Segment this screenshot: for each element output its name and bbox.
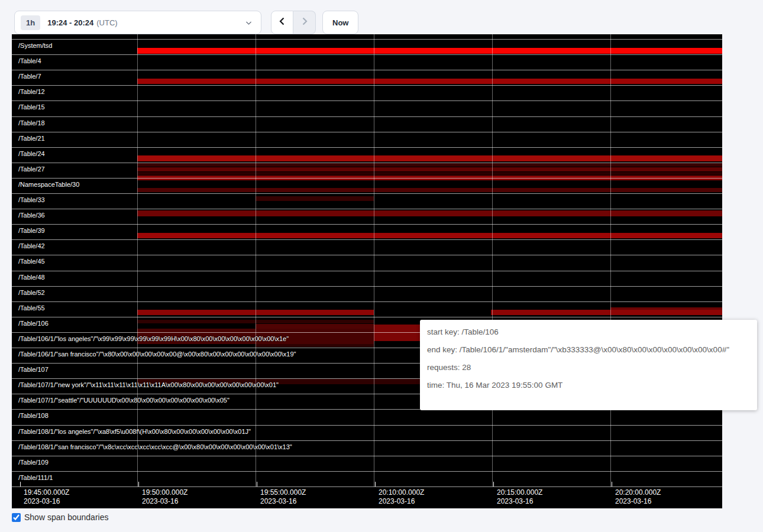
span-boundary-line xyxy=(12,54,722,55)
time-range-label: 19:24 - 20:24 xyxy=(47,18,93,27)
heat-stripe[interactable] xyxy=(491,310,722,315)
row-key-label: /Table/107/1/"new york"/"\x11\x11\x11\x1… xyxy=(18,381,279,388)
row-key-label: /Table/55 xyxy=(18,304,45,312)
heat-stripe[interactable] xyxy=(374,325,421,341)
span-boundary-line xyxy=(12,100,722,101)
span-boundary-line xyxy=(12,147,722,148)
span-boundary-line xyxy=(12,301,722,302)
show-span-boundaries-control[interactable]: Show span boundaries xyxy=(12,512,108,522)
chevron-down-icon xyxy=(245,19,253,27)
span-tooltip: start key: /Table/106 end key: /Table/10… xyxy=(420,320,757,410)
key-visualizer-page: 1h 19:24 - 20:24 (UTC) Now 19:45:00.000Z… xyxy=(0,0,763,532)
row-key-label: /Table/27 xyxy=(18,166,45,173)
heat-stripe[interactable] xyxy=(137,233,722,238)
heat-stripe[interactable] xyxy=(256,196,374,201)
row-key-label: /Table/106/1/"los angeles"/"\x99\x99\x99… xyxy=(18,335,289,342)
axis-tick-label: 20:15:00.000Z2023-03-16 xyxy=(497,488,542,506)
tooltip-start-key: start key: /Table/106 xyxy=(427,327,750,336)
span-boundary-line xyxy=(12,193,722,194)
row-key-label: /Table/15 xyxy=(18,103,45,111)
axis-tickmark xyxy=(612,482,612,486)
show-span-boundaries-checkbox[interactable] xyxy=(12,513,21,522)
time-gridline xyxy=(374,34,374,486)
span-boundary-line xyxy=(12,70,722,70)
span-boundary-line xyxy=(12,178,722,179)
heat-stripe[interactable] xyxy=(137,172,722,175)
row-key-label: /Table/108/1/"los angeles"/"\xa8\xf5\u00… xyxy=(18,428,251,435)
row-key-label: /Table/42 xyxy=(18,242,45,249)
heat-stripe[interactable] xyxy=(137,210,722,216)
chevron-right-icon xyxy=(300,17,309,28)
span-boundary-line xyxy=(12,286,722,287)
tooltip-time: time: Thu, 16 Mar 2023 19:55:00 GMT xyxy=(427,381,750,390)
heat-stripe[interactable] xyxy=(137,155,722,161)
axis-tickmark xyxy=(138,482,139,486)
heat-stripe[interactable] xyxy=(137,167,722,171)
row-key-label: /Table/21 xyxy=(18,135,45,142)
time-gridline xyxy=(610,34,611,486)
now-button[interactable]: Now xyxy=(322,11,358,34)
axis-tick-label: 19:45:00.000Z2023-03-16 xyxy=(24,488,69,506)
span-boundary-line xyxy=(12,425,722,426)
span-boundary-line xyxy=(12,456,722,456)
span-boundary-line xyxy=(12,471,722,472)
time-range-select[interactable]: 1h 19:24 - 20:24 (UTC) xyxy=(14,11,261,34)
axis-tickmark xyxy=(20,482,21,486)
tooltip-requests: requests: 28 xyxy=(427,363,750,372)
row-key-label: /Table/106/1/"san francisco"/"\x80\x00\x… xyxy=(18,351,296,358)
axis-tick-label: 20:20:00.000Z2023-03-16 xyxy=(615,488,661,506)
duration-badge: 1h xyxy=(21,15,40,30)
span-boundary-line xyxy=(12,486,722,487)
row-key-label: /Table/107 xyxy=(18,366,49,373)
time-axis: 19:45:00.000Z2023-03-1619:50:00.000Z2023… xyxy=(12,486,722,508)
heat-stripe[interactable] xyxy=(137,48,722,54)
row-key-label: /Table/36 xyxy=(18,212,45,219)
chevron-left-icon xyxy=(277,17,287,28)
span-boundary-line xyxy=(12,116,722,117)
row-key-label: /Table/48 xyxy=(18,274,45,281)
row-key-label: /Table/107/1/"seattle"/"UUUUUUD\x00\x80\… xyxy=(18,397,229,404)
axis-tick-label: 19:50:00.000Z2023-03-16 xyxy=(142,488,187,506)
row-key-label: /Table/24 xyxy=(18,150,45,157)
row-key-label: /NamespaceTable/30 xyxy=(18,181,79,188)
row-key-label: /Table/108 xyxy=(18,412,49,419)
row-key-label: /Table/109 xyxy=(18,459,49,466)
heat-stripe[interactable] xyxy=(256,344,374,347)
key-visualizer-heatmap[interactable]: 19:45:00.000Z2023-03-1619:50:00.000Z2023… xyxy=(12,34,722,508)
axis-tick-label: 19:55:00.000Z2023-03-16 xyxy=(260,488,306,506)
row-key-label: /Table/33 xyxy=(18,196,45,203)
span-boundary-line xyxy=(12,440,722,441)
axis-tickmark xyxy=(375,482,376,486)
time-zone-label: (UTC) xyxy=(96,18,117,27)
row-key-label: /Table/7 xyxy=(18,73,41,80)
span-boundary-line xyxy=(12,255,722,255)
axis-tickmark xyxy=(257,482,257,486)
time-nav-group xyxy=(271,11,316,34)
axis-tickmark xyxy=(493,482,494,486)
row-key-label: /Table/12 xyxy=(18,88,45,95)
span-boundary-line xyxy=(12,224,722,225)
show-span-boundaries-label: Show span boundaries xyxy=(24,512,108,522)
span-boundary-line xyxy=(12,163,722,163)
row-key-label: /Table/45 xyxy=(18,258,45,265)
time-gridline xyxy=(256,34,256,486)
time-toolbar: 1h 19:24 - 20:24 (UTC) Now xyxy=(0,0,763,34)
heat-stripe[interactable] xyxy=(256,324,374,329)
heat-stripe[interactable] xyxy=(137,79,722,84)
span-boundary-line xyxy=(12,132,722,132)
previous-interval-button[interactable] xyxy=(271,11,293,34)
span-boundary-line xyxy=(12,271,722,271)
row-key-label: /Table/106 xyxy=(18,320,49,327)
next-interval-button[interactable] xyxy=(293,11,316,34)
span-boundary-line xyxy=(12,39,722,40)
axis-tick-label: 20:10:00.000Z2023-03-16 xyxy=(379,488,424,506)
time-gridline xyxy=(492,34,493,486)
span-boundary-line xyxy=(12,239,722,240)
heat-stripe[interactable] xyxy=(137,188,722,192)
span-boundary-line xyxy=(12,209,722,209)
row-key-label: /Table/52 xyxy=(18,289,45,296)
row-key-label: /Table/18 xyxy=(18,119,45,126)
span-boundary-line xyxy=(12,85,722,86)
heat-stripe[interactable] xyxy=(137,163,722,167)
row-key-label: /Table/39 xyxy=(18,227,45,234)
